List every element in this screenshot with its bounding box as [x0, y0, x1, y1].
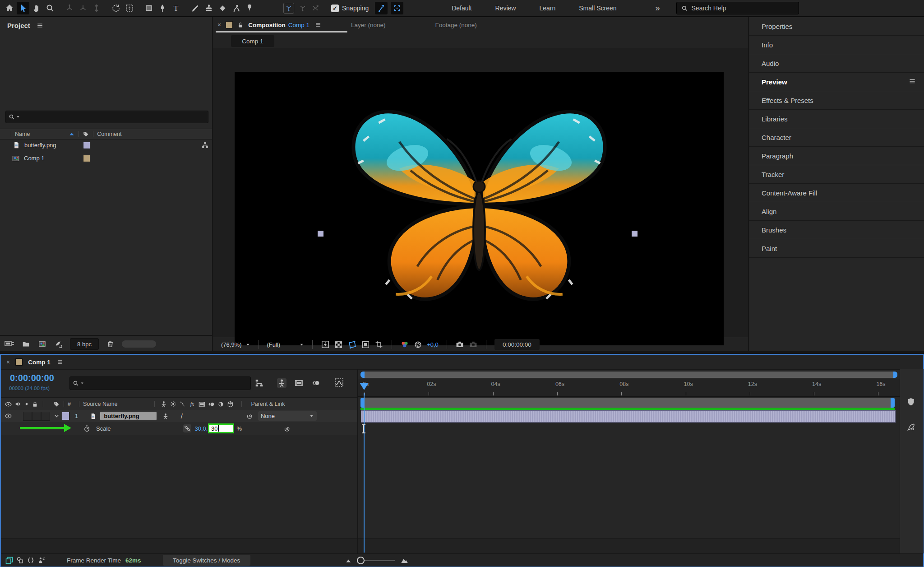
- snap-options-button[interactable]: [375, 2, 388, 14]
- collapse-switch-icon[interactable]: [170, 400, 177, 408]
- trash-icon[interactable]: [106, 340, 115, 348]
- speaker-person-icon[interactable]: [36, 555, 47, 566]
- tool-orbit-camera[interactable]: [63, 2, 76, 14]
- scale-x-value[interactable]: 30,0,: [195, 425, 208, 432]
- workspace-review[interactable]: Review: [495, 5, 516, 12]
- effects-switch-icon[interactable]: fx: [188, 400, 196, 408]
- sidebar-panel-effects-presets[interactable]: Effects & Presets: [749, 91, 924, 110]
- panel-menu-icon[interactable]: [57, 359, 63, 365]
- composition-frame[interactable]: [235, 72, 724, 345]
- current-time-display[interactable]: 0:00:00:00: [494, 339, 540, 350]
- playhead-line[interactable]: [364, 393, 365, 553]
- tool-eraser[interactable]: [216, 2, 229, 14]
- column-name[interactable]: Name: [15, 131, 30, 137]
- nav-bar-left-handle[interactable]: [360, 372, 365, 378]
- axis-view-icon[interactable]: [311, 4, 319, 12]
- column-parent-link[interactable]: Parent & Link: [251, 401, 285, 407]
- axis-local-icon[interactable]: [283, 3, 294, 14]
- sidebar-panel-content-aware-fill[interactable]: Content-Aware Fill: [749, 184, 924, 202]
- work-area-end-handle[interactable]: [891, 398, 895, 408]
- comp-label-swatch[interactable]: [226, 21, 233, 28]
- shy-switch-icon[interactable]: [160, 400, 167, 408]
- guides-crop-icon[interactable]: [374, 340, 383, 349]
- sidebar-panel-paint[interactable]: Paint: [749, 239, 924, 258]
- audio-column-icon[interactable]: [14, 400, 22, 408]
- twirl-chevron-icon[interactable]: [54, 413, 60, 419]
- transparency-grid-icon[interactable]: [334, 340, 343, 349]
- project-search-input[interactable]: [5, 111, 208, 123]
- sidebar-panel-tracker[interactable]: Tracker: [749, 165, 924, 184]
- workspace-overflow-button[interactable]: »: [656, 4, 660, 13]
- project-item-footage[interactable]: butterfly.png: [0, 139, 212, 152]
- tool-home[interactable]: [3, 2, 16, 14]
- label-column-icon[interactable]: [83, 131, 89, 138]
- nav-bar-right-handle[interactable]: [893, 372, 897, 378]
- project-item-name[interactable]: Comp 1: [24, 155, 45, 162]
- tool-rotation[interactable]: [110, 2, 122, 14]
- region-of-interest-icon[interactable]: [361, 340, 370, 349]
- lock-toggle-cell[interactable]: [41, 412, 50, 421]
- pen-transform-icon[interactable]: [906, 423, 915, 432]
- interpret-footage-icon[interactable]: [5, 340, 14, 348]
- channel-select-icon[interactable]: [400, 340, 409, 349]
- mask-visibility-icon[interactable]: [347, 340, 357, 349]
- column-source-name[interactable]: Source Name: [83, 401, 117, 407]
- tool-roto-brush[interactable]: [230, 2, 242, 14]
- fast-previews-icon[interactable]: [321, 340, 330, 349]
- sidebar-panel-libraries[interactable]: Libraries: [749, 110, 924, 128]
- tool-brush[interactable]: [189, 2, 202, 14]
- timeline-search-input[interactable]: [69, 376, 251, 390]
- tool-camera-marquee[interactable]: [123, 2, 136, 14]
- project-column-header[interactable]: Name Comment: [0, 129, 212, 139]
- scale-property-label[interactable]: Scale: [96, 425, 111, 432]
- close-tab-icon[interactable]: ×: [6, 358, 10, 366]
- draft-3d-icon[interactable]: [277, 378, 286, 388]
- timeline-tab-label[interactable]: Comp 1: [28, 359, 51, 366]
- layer-row[interactable]: 1 butterfly.png / None: [1, 410, 357, 423]
- tab-composition-target[interactable]: Comp 1: [288, 22, 310, 28]
- tool-clone-stamp[interactable]: [203, 2, 215, 14]
- sidebar-panel-properties[interactable]: Properties: [749, 17, 924, 36]
- sidebar-panel-align[interactable]: Align: [749, 202, 924, 221]
- live-update-icon[interactable]: [4, 555, 14, 566]
- panel-menu-icon[interactable]: [37, 22, 43, 29]
- stopwatch-icon[interactable]: [83, 425, 91, 432]
- sidebar-panel-audio[interactable]: Audio: [749, 54, 924, 73]
- timeline-zoom-slider[interactable]: [357, 557, 395, 564]
- playhead-handle[interactable]: [360, 383, 369, 390]
- tool-type[interactable]: T: [170, 2, 182, 14]
- lock-open-icon[interactable]: [237, 22, 244, 28]
- tool-zoom[interactable]: [44, 2, 56, 14]
- tab-composition[interactable]: Composition: [248, 22, 286, 28]
- magnification-select[interactable]: (76,9%): [221, 341, 250, 348]
- layer-handle-right[interactable]: [632, 231, 638, 237]
- scale-y-input[interactable]: 30: [208, 423, 234, 433]
- parent-select[interactable]: None: [258, 411, 317, 421]
- quality-slash[interactable]: /: [181, 412, 183, 420]
- label-color-swatch[interactable]: [83, 142, 90, 149]
- tab-layer[interactable]: Layer (none): [351, 22, 386, 28]
- project-scrollbar-thumb[interactable]: [122, 340, 156, 348]
- exposure-icon[interactable]: [414, 340, 422, 349]
- zoom-in-mountain-icon[interactable]: [400, 557, 409, 564]
- column-number[interactable]: #: [68, 401, 71, 407]
- motion-blur-switch-icon[interactable]: [208, 400, 215, 408]
- take-snapshot-icon[interactable]: [455, 340, 464, 349]
- solo-column-icon[interactable]: [23, 401, 30, 407]
- tool-puppet-pin[interactable]: [243, 2, 256, 14]
- sidebar-panel-paragraph[interactable]: Paragraph: [749, 147, 924, 165]
- snapping-checkbox[interactable]: ✓: [331, 5, 339, 12]
- new-composition-icon[interactable]: [37, 340, 47, 348]
- solo-toggle-cell[interactable]: [32, 412, 41, 421]
- sidebar-panel-info[interactable]: Info: [749, 36, 924, 54]
- butterfly-image[interactable]: [340, 91, 618, 330]
- label-column-icon[interactable]: [53, 401, 60, 408]
- zoom-slider-track[interactable]: [365, 560, 395, 561]
- layer-handle-left[interactable]: [318, 231, 323, 237]
- label-color-swatch[interactable]: [83, 155, 90, 162]
- tool-hand[interactable]: [30, 2, 43, 14]
- tool-pan-camera[interactable]: [77, 2, 89, 14]
- sidebar-panel-brushes[interactable]: Brushes: [749, 221, 924, 239]
- zoom-out-mountain-icon[interactable]: [345, 557, 352, 564]
- tool-dolly-camera[interactable]: [90, 2, 103, 14]
